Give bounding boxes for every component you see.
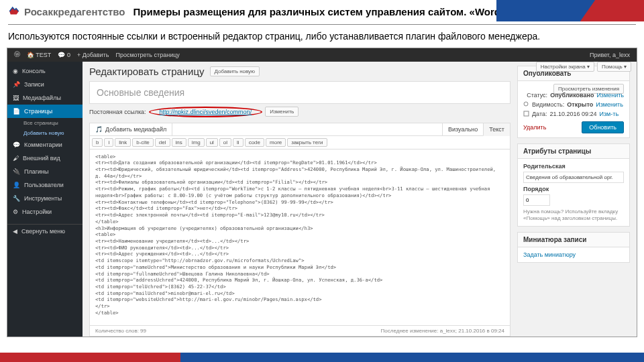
user-icon: 👤 (13, 182, 20, 188)
toolbar-закрыть теги[interactable]: закрыть теги (287, 138, 327, 147)
eye-icon (523, 101, 529, 107)
toolbar-ol[interactable]: ol (219, 138, 231, 147)
add-new-menu[interactable]: + Добавить (77, 52, 109, 58)
title-input[interactable]: Основные сведения (89, 81, 511, 104)
slide-description: Используются постоянные ссылки и встроен… (8, 30, 636, 44)
tab-visual[interactable]: Визуально (442, 123, 483, 135)
comment-icon: 💬 (13, 141, 20, 148)
toolbar-ins[interactable]: ins (172, 138, 186, 147)
sidebar-item-brush[interactable]: 🖌Внешний вид (7, 152, 83, 165)
gear-icon: ⚙ (13, 208, 18, 215)
sidebar-item-tool[interactable]: 🔧Инструменты (7, 192, 83, 205)
wp-adminbar[interactable]: ⓦ 🏠 TEST 💬 0 + Добавить Просмотреть стра… (7, 48, 637, 62)
sidebar-item-gear[interactable]: ⚙Настройки (7, 205, 83, 219)
sidebar-item-comment[interactable]: 💬Комментарии (7, 138, 83, 152)
collapse-menu[interactable]: ◀Свернуть меню (7, 224, 83, 238)
page-icon: 📄 (13, 108, 20, 115)
add-media-button[interactable]: 🎵 Добавить медиафайл (90, 123, 172, 135)
status-edit[interactable]: Изменить (596, 92, 624, 99)
sidebar-sub[interactable]: Все страницы (7, 118, 83, 128)
sidebar-item-user[interactable]: 👤Пользователи (7, 178, 83, 192)
publish-box: Опубликовать Просмотреть изменения Стату… (517, 66, 630, 138)
toolbar-i[interactable]: i (104, 138, 113, 147)
permalink-label: Постоянная ссылка: (89, 109, 146, 115)
svg-point-1 (524, 102, 528, 106)
page-heading: Редактировать страницу Добавить новую (89, 66, 511, 77)
svg-rect-2 (524, 111, 529, 116)
media-icon: 🖼 (13, 95, 19, 101)
page-attributes-box: Атрибуты страницы Родительская Сведения … (517, 143, 630, 227)
editor-toolbar: bilinkb-citedelinsimgulollicodemoreзакры… (90, 136, 510, 149)
pin-icon (523, 92, 524, 98)
calendar-icon (523, 111, 529, 117)
comments-count[interactable]: 💬 0 (58, 52, 70, 58)
set-thumbnail-link[interactable]: Задать миниатюру (523, 251, 576, 258)
camera-icon: 🎵 (95, 126, 103, 133)
corner-decor (496, 0, 644, 21)
tab-text[interactable]: Текст (483, 123, 510, 136)
brand-logo: Росаккредагентство (8, 5, 125, 17)
toolbar-li[interactable]: li (233, 138, 244, 147)
toolbar-del[interactable]: del (155, 138, 170, 147)
toolbar-img[interactable]: img (188, 138, 205, 147)
sidebar-item-plug[interactable]: 🔌Плагины (7, 165, 83, 178)
date-edit[interactable]: Изм-ть (600, 111, 619, 117)
plug-icon: 🔌 (13, 168, 20, 175)
toolbar-b-cite[interactable]: b-cite (132, 138, 154, 147)
visibility-edit[interactable]: Изменить (596, 101, 623, 108)
toolbar-b[interactable]: b (92, 138, 103, 147)
content-editor: 🎵 Добавить медиафайл Визуально Текст bil… (89, 123, 511, 337)
delete-link[interactable]: Удалить (523, 124, 546, 131)
parent-select[interactable]: Сведения об образовательной орг. (523, 172, 624, 183)
screen-options-tab[interactable]: Настройки экрана ▾ (536, 62, 594, 72)
add-new-button[interactable]: Добавить новую (210, 66, 260, 76)
tool-icon: 🔧 (13, 195, 20, 202)
pin-icon: 📌 (13, 81, 20, 88)
wp-sidebar: ◉Консоль📌Записи🖼Медиафайлы📄СтраницыВсе с… (7, 62, 83, 337)
collapse-icon: ◀ (13, 228, 17, 235)
permalink-url[interactable]: http://npkiz.dlinci/sveden/common/ (149, 107, 263, 117)
code-textarea[interactable]: <table> <tr><td>Дата создания образовате… (90, 149, 510, 325)
wordpress-screenshot: ⓦ 🏠 TEST 💬 0 + Добавить Просмотреть стра… (7, 48, 637, 337)
toolbar-more[interactable]: more (266, 138, 286, 147)
footer-red (0, 353, 180, 362)
word-count: Количество слов: 99 (95, 328, 146, 334)
user-greeting[interactable]: Привет, a_lexx (583, 52, 637, 58)
sidebar-item-dash[interactable]: ◉Консоль (7, 64, 83, 78)
dash-icon: ◉ (13, 68, 18, 74)
sidebar-item-page[interactable]: 📄Страницы (7, 105, 83, 118)
toolbar-link[interactable]: link (115, 138, 131, 147)
sidebar-sub[interactable]: Добавить новую (7, 128, 83, 138)
update-button[interactable]: Обновить (582, 121, 624, 133)
order-input[interactable] (523, 194, 550, 206)
last-modified: Последнее изменение: a_lexx; 21.10.2016 … (381, 328, 504, 334)
wp-logo-icon[interactable]: ⓦ (14, 50, 20, 59)
footer-blue (180, 353, 644, 362)
slide-title: Примеры размещения для различных систем … (133, 6, 537, 17)
help-tab[interactable]: Помощь ▾ (597, 62, 631, 72)
toolbar-code[interactable]: code (245, 138, 264, 147)
sidebar-item-media[interactable]: 🖼Медиафайлы (7, 91, 83, 105)
brush-icon: 🖌 (13, 155, 19, 162)
thumbnail-box: Миниатюра записи Задать миниатюру (517, 232, 630, 263)
permalink-edit-button[interactable]: Изменить (265, 107, 299, 117)
site-name[interactable]: 🏠 TEST (27, 52, 51, 58)
view-page[interactable]: Просмотреть страницу (115, 52, 179, 58)
sidebar-item-pin[interactable]: 📌Записи (7, 78, 83, 91)
toolbar-ul[interactable]: ul (206, 138, 218, 147)
